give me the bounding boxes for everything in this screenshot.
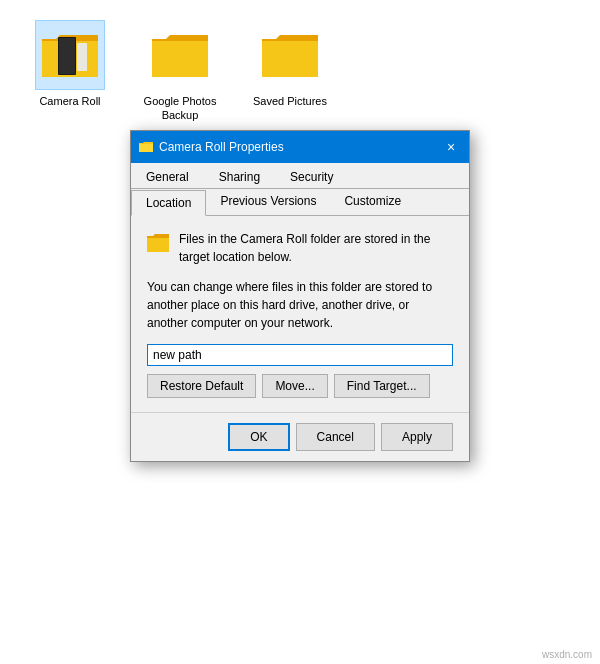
dialog-titlebar-left: Camera Roll Properties [139,140,284,154]
find-target-button[interactable]: Find Target... [334,374,430,398]
folder-icon-wrapper-saved-pictures [255,20,325,90]
tab-sharing[interactable]: Sharing [204,164,275,189]
svg-rect-1 [59,38,75,74]
apply-button[interactable]: Apply [381,423,453,451]
move-button[interactable]: Move... [262,374,327,398]
ok-button[interactable]: OK [228,423,289,451]
svg-rect-2 [77,43,87,71]
path-input[interactable] [147,344,453,366]
tab-previous-versions[interactable]: Previous Versions [206,189,330,215]
folder-item-saved-pictures[interactable]: Saved Pictures [250,20,330,108]
info-row: Files in the Camera Roll folder are stor… [147,230,453,266]
google-photos-label: Google Photos Backup [140,94,220,123]
camera-roll-folder-icon [42,31,98,79]
tab-location[interactable]: Location [131,190,206,216]
restore-default-button[interactable]: Restore Default [147,374,256,398]
google-photos-folder-icon [152,31,208,79]
saved-pictures-label: Saved Pictures [253,94,327,108]
dialog-title: Camera Roll Properties [159,140,284,154]
folder-list: Camera Roll Google Photos Backup Saved P… [30,20,570,123]
camera-roll-label: Camera Roll [39,94,100,108]
folder-item-google-photos[interactable]: Google Photos Backup [140,20,220,123]
info-text: Files in the Camera Roll folder are stor… [179,230,453,266]
watermark: wsxdn.com [542,649,592,660]
properties-dialog: Camera Roll Properties × General Sharing… [130,130,470,462]
dialog-close-button[interactable]: × [441,137,461,157]
buttons-row: Restore Default Move... Find Target... [147,374,453,398]
folder-item-camera-roll[interactable]: Camera Roll [30,20,110,108]
tabs-row-2: Location Previous Versions Customize [131,189,469,216]
cancel-button[interactable]: Cancel [296,423,375,451]
dialog-titlebar: Camera Roll Properties × [131,131,469,163]
saved-pictures-folder-icon [262,31,318,79]
secondary-text: You can change where files in this folde… [147,278,453,332]
tab-customize[interactable]: Customize [330,189,415,215]
dialog-footer: OK Cancel Apply [131,412,469,461]
folder-icon-wrapper-camera-roll [35,20,105,90]
tab-security[interactable]: Security [275,164,348,189]
tab-general[interactable]: General [131,164,204,189]
folder-icon-wrapper-google-photos [145,20,215,90]
tabs-row-1: General Sharing Security [131,163,469,189]
dialog-content: Files in the Camera Roll folder are stor… [131,216,469,412]
folder-info-icon [147,232,169,254]
titlebar-folder-icon [139,141,153,153]
